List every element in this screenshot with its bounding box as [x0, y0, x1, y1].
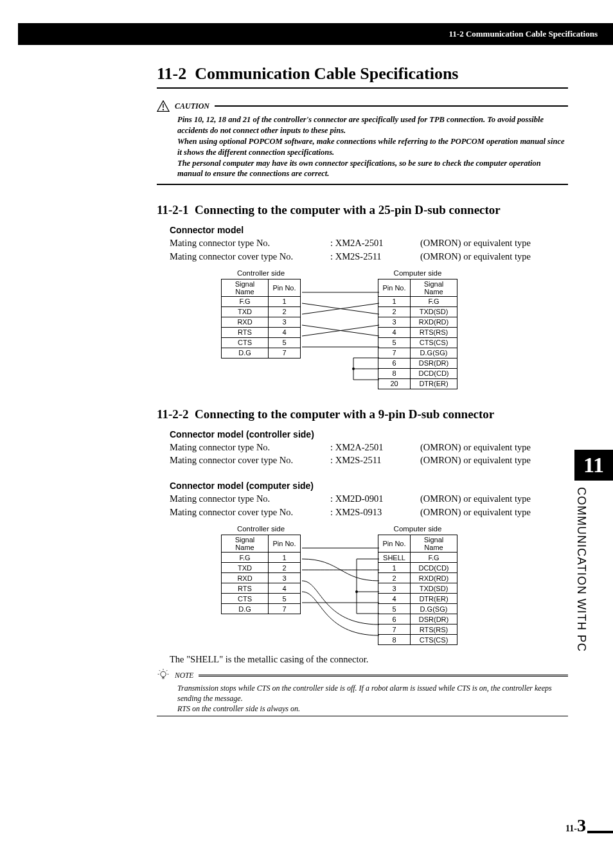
spec-label: Mating connector cover type No.	[170, 250, 330, 263]
page-title: 11-2 Communication Cable Specifications	[157, 64, 568, 89]
spec-brand: (OMRON) or equivalent type	[420, 236, 568, 249]
connector-model-9pin-controller: Connector model (controller side) Mating…	[170, 429, 568, 467]
title-number: 11-2	[157, 64, 186, 83]
controller-side-table: Controller side Signal NamePin No. F.G1 …	[221, 525, 301, 645]
th-signal: Signal Name	[222, 535, 269, 553]
spec-value: : XM2A-2501	[330, 236, 420, 249]
spec-value: : XM2S-2511	[330, 454, 420, 466]
spec-line: Mating connector type No. : XM2D-0901 (O…	[170, 492, 568, 505]
wiring-diagram-9pin	[302, 539, 379, 655]
controller-pin-table: Signal NamePin No. F.G1 TXD2 RXD3 RTS4 C…	[221, 535, 301, 614]
th-pin: Pin No.	[378, 279, 411, 296]
spec-brand: (OMRON) or equivalent type	[420, 250, 568, 263]
note-label: NOTE	[175, 671, 193, 679]
computer-pin-table: Pin No.Signal Name SHELLF.G 1DCD(CD) 2RX…	[378, 535, 458, 645]
computer-side-label: Computer side	[378, 269, 458, 277]
svg-point-1	[163, 109, 164, 110]
svg-point-9	[352, 368, 355, 370]
caution-line: The personal computer may have its own c…	[177, 158, 568, 180]
table-row: 7RTS(RS)	[378, 624, 458, 635]
controller-side-label: Controller side	[221, 525, 301, 533]
svg-line-21	[166, 670, 167, 671]
table-row: CTS5	[222, 594, 301, 604]
table-row: 4RTS(RS)	[378, 327, 458, 337]
chapter-number-badge: 11	[574, 450, 613, 481]
heading-text: Connecting to the computer with a 9-pin …	[195, 407, 494, 421]
spec-line: Mating connector type No. : XM2A-2501 (O…	[170, 441, 568, 454]
note-box: NOTE Transmission stops while CTS on the…	[157, 669, 568, 716]
section-25pin-heading: 11-2-1 Connecting to the computer with a…	[157, 203, 568, 217]
th-pin: Pin No.	[269, 279, 301, 296]
spec-line: Mating connector cover type No. : XM2S-0…	[170, 506, 568, 518]
table-row: D.G7	[222, 348, 301, 358]
note-body: Transmission stops while CTS on the cont…	[157, 682, 568, 716]
title-text: Communication Cable Specifications	[195, 64, 458, 83]
table-row: TXD2	[222, 563, 301, 573]
svg-line-3	[302, 303, 379, 314]
page-content: 11-2 Communication Cable Specifications …	[157, 64, 568, 716]
th-signal: Signal Name	[411, 279, 458, 296]
caution-line: Pins 10, 12, 18 and 21 of the controller…	[177, 114, 568, 136]
spec-label: Mating connector type No.	[170, 236, 330, 249]
table-row: 4DTR(ER)	[378, 594, 458, 604]
spec-value: : XM2S-0913	[330, 506, 420, 518]
spec-label: Mating connector cover type No.	[170, 454, 330, 466]
spec-label: Mating connector cover type No.	[170, 506, 330, 518]
page-prefix: 11-	[565, 824, 577, 833]
note-line: RTS on the controller side is always on.	[177, 704, 568, 714]
computer-side-label: Computer side	[378, 525, 458, 533]
table-row: 3RXD(RD)	[378, 317, 458, 327]
th-signal: Signal Name	[222, 279, 269, 296]
svg-line-6	[302, 325, 379, 336]
table-row: SHELLF.G	[378, 553, 458, 563]
section-9pin-heading: 11-2-2 Connecting to the computer with a…	[157, 407, 568, 421]
controller-side-label: Controller side	[221, 269, 301, 277]
note-line: Transmission stops while CTS on the cont…	[177, 683, 568, 704]
running-title: 11-2 Communication Cable Specifications	[449, 29, 598, 39]
wiring-diagram-25pin	[302, 283, 379, 393]
table-row: 1DCD(CD)	[378, 563, 458, 573]
table-row: RTS4	[222, 327, 301, 337]
heading-text: Connecting to the computer with a 25-pin…	[195, 203, 501, 217]
table-row: RXD3	[222, 573, 301, 583]
svg-line-20	[159, 670, 160, 671]
table-row: RTS4	[222, 583, 301, 594]
table-row: 7D.G(SG)	[378, 348, 458, 358]
spec-label: Mating connector type No.	[170, 441, 330, 454]
svg-line-5	[302, 325, 379, 336]
th-pin: Pin No.	[269, 535, 301, 553]
table-row: 2RXD(RD)	[378, 573, 458, 583]
caution-line: When using optional POPCOM software, mak…	[177, 136, 568, 158]
table-row: 20DTR(ER)	[378, 378, 458, 389]
table-row: 5D.G(SG)	[378, 604, 458, 614]
spec-brand: (OMRON) or equivalent type	[420, 506, 568, 518]
caution-label: CAUTION	[175, 102, 209, 111]
spec-value: : XM2S-2511	[330, 250, 420, 263]
heading-number: 11-2-2	[157, 407, 189, 421]
connector-model-label: Connector model (computer side)	[170, 481, 568, 491]
table-row: F.G1	[222, 553, 301, 563]
connector-model-label: Connector model (controller side)	[170, 429, 568, 439]
table-row: D.G7	[222, 604, 301, 614]
spec-line: Mating connector cover type No. : XM2S-2…	[170, 454, 568, 466]
svg-line-4	[302, 303, 379, 314]
pin-table-9pin: Controller side Signal NamePin No. F.G1 …	[221, 525, 568, 645]
th-pin: Pin No.	[378, 535, 411, 553]
spec-value: : XM2D-0901	[330, 492, 420, 505]
table-row: 8CTS(CS)	[378, 635, 458, 645]
warning-icon	[157, 100, 170, 112]
svg-point-13	[355, 590, 358, 593]
spec-line: Mating connector cover type No. : XM2S-2…	[170, 250, 568, 263]
spec-brand: (OMRON) or equivalent type	[420, 441, 568, 454]
table-row: 6DSR(DR)	[378, 358, 458, 368]
computer-side-table: Computer side Pin No.Signal Name SHELLF.…	[378, 525, 458, 645]
spec-label: Mating connector type No.	[170, 492, 330, 505]
pin-table-25pin: Controller side Signal NamePin No. F.G1 …	[221, 269, 568, 389]
table-row: 3TXD(SD)	[378, 583, 458, 594]
lightbulb-icon	[157, 669, 170, 682]
table-row: 2TXD(SD)	[378, 306, 458, 317]
table-row: 6DSR(DR)	[378, 614, 458, 624]
th-signal: Signal Name	[411, 535, 458, 553]
connector-model-25pin: Connector model Mating connector type No…	[170, 225, 568, 263]
heading-number: 11-2-1	[157, 203, 189, 217]
